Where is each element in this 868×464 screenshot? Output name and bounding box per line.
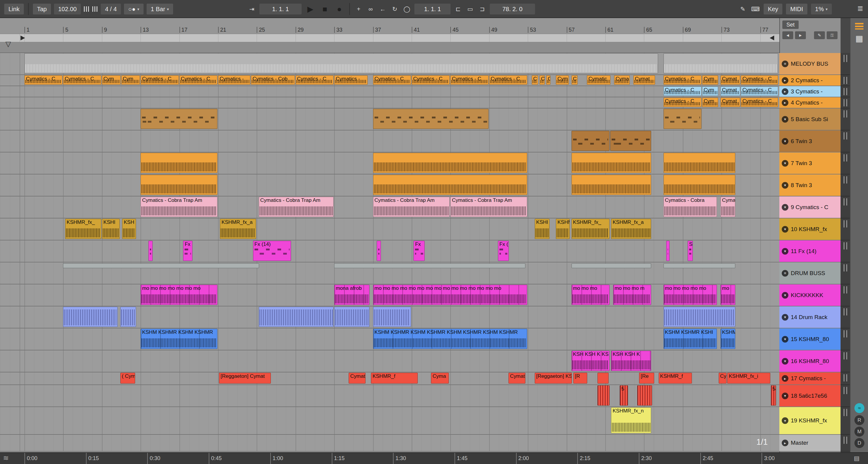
clip[interactable]: C (571, 75, 578, 85)
key-map-button[interactable]: Key (764, 4, 782, 14)
track-header[interactable]: ▾10 KSHMR_fx (779, 219, 841, 240)
chevron-down-icon[interactable]: ▾ (782, 248, 788, 255)
clip[interactable]: C (546, 75, 550, 85)
clip[interactable]: Cym (102, 75, 121, 85)
clip[interactable]: Cymat (720, 87, 740, 96)
chevron-down-icon[interactable]: ▾ (782, 314, 788, 321)
track-lane-19[interactable]: KSHMR_fx_n (0, 407, 779, 435)
clip[interactable]: Cymatics - (218, 75, 250, 85)
clip[interactable]: Cymatics - (334, 75, 367, 85)
clip[interactable] (663, 109, 702, 129)
group-fold-icon[interactable]: ≡ (782, 270, 788, 276)
chevron-down-icon[interactable]: ▾ (782, 226, 788, 233)
clip[interactable]: Fx (413, 241, 425, 261)
locator-row[interactable] (0, 42, 779, 53)
track-header[interactable]: ≡MELODY BUS (779, 53, 841, 75)
track-lane-11[interactable]: FxFx (14)FxFx (S (0, 240, 779, 262)
clip[interactable]: KSH KSH K KS (571, 351, 610, 371)
clip[interactable]: Fx ( (498, 241, 509, 261)
computer-keyboard-icon[interactable]: ⌨ (751, 3, 760, 15)
clip[interactable]: Cymat (720, 197, 735, 217)
track-lane-5[interactable] (0, 108, 779, 130)
mixer-grid-icon[interactable]: ▦ (850, 34, 868, 43)
track-header[interactable]: ▸Master (779, 435, 841, 452)
chevron-down-icon[interactable]: ▾ (782, 358, 788, 365)
clip[interactable]: mo mo mo m (613, 285, 651, 305)
clip[interactable] (597, 373, 609, 384)
pencil-icon[interactable]: ✎ (738, 3, 747, 15)
time-signature-field[interactable]: 4 / 4 (101, 4, 121, 14)
clip[interactable] (571, 175, 651, 195)
groove-pool-icon[interactable]: ≋ (3, 454, 9, 462)
clip[interactable]: Cym (556, 75, 569, 85)
chevron-down-icon[interactable]: ▾ (782, 138, 788, 145)
clip[interactable]: [R (574, 373, 587, 384)
track-lane-1[interactable] (0, 53, 779, 75)
track-header[interactable]: ▾14 Drum Rack (779, 306, 841, 328)
clip[interactable] (373, 153, 527, 173)
quantize-menu[interactable]: 1 Bar ▾ (147, 4, 173, 14)
clip[interactable] (120, 307, 136, 327)
track-header[interactable]: ≡DRUM BUSS (779, 262, 841, 285)
clip[interactable]: KSH KSH K (611, 351, 651, 371)
clip[interactable]: Cymatics - Cobra Trap Am (373, 197, 450, 217)
clip[interactable]: Cymatics - Cob (251, 75, 295, 85)
clip[interactable] (663, 153, 736, 173)
clip[interactable] (663, 175, 736, 195)
track-header[interactable]: ▸17 Cymatics - (779, 372, 841, 385)
clip[interactable]: 5a (771, 385, 776, 405)
clip[interactable] (334, 263, 525, 268)
chevron-down-icon[interactable]: ▾ (782, 393, 788, 399)
chevron-down-icon[interactable]: ▾ (782, 204, 788, 210)
loop-length-field[interactable]: 78. 2. 0 (490, 4, 535, 14)
arrangement-position-field[interactable]: 1. 1. 1 (259, 4, 302, 14)
midi-map-button[interactable]: MIDI (786, 4, 807, 14)
clip[interactable]: Cym (121, 75, 140, 85)
clip[interactable] (610, 131, 651, 151)
prev-locator-button[interactable]: ◄ (782, 31, 793, 39)
clip[interactable]: mo mo mo mo mo (663, 285, 717, 305)
unfold-play-icon[interactable]: ▸ (782, 77, 788, 84)
clip[interactable] (373, 175, 527, 195)
clip[interactable]: mo (720, 285, 735, 305)
clip[interactable] (571, 153, 651, 173)
track-lane-9[interactable]: Cymatics - Cobra Trap AmCymatics - Cobra… (0, 196, 779, 219)
clip[interactable]: Cymatics - C (741, 75, 778, 85)
clip[interactable] (663, 263, 736, 268)
group-fold-icon[interactable]: ≡ (782, 61, 788, 67)
clip[interactable]: Cymatics - C (663, 87, 702, 96)
clip[interactable]: KSHMR_fx_a (611, 219, 651, 239)
clip[interactable]: [Re (639, 373, 654, 384)
clip[interactable] (597, 385, 610, 405)
clip[interactable]: Cymatics - C (25, 75, 62, 85)
track-lane-4[interactable]: Cymatics - CCymCymatCymatics - C (0, 97, 779, 108)
draw-mode-circle-icon[interactable]: ◯ (402, 3, 411, 15)
clip[interactable]: mo mo mo mo mo mo mo (141, 285, 217, 305)
clip[interactable]: KSHMR_fx_ (571, 219, 610, 239)
track-lane-18[interactable]: 55a (0, 385, 779, 407)
metronome-button[interactable]: ○● ▾ (124, 4, 144, 14)
clip[interactable]: Cy (719, 373, 727, 384)
clip[interactable]: KSHMR_fx_ (65, 219, 101, 239)
clip[interactable]: Cym (702, 98, 718, 107)
clip[interactable] (637, 385, 652, 405)
clip[interactable]: KSHI (102, 219, 120, 239)
track-lane-13[interactable]: mo mo mo mo mo mo momona afrobmo mo mo m… (0, 285, 779, 306)
clip[interactable]: Cyma (614, 75, 630, 85)
link-button[interactable]: Link (4, 4, 24, 14)
unfold-play-icon[interactable]: ▸ (782, 375, 788, 382)
m-toggle-icon[interactable]: M (855, 427, 864, 437)
loop-start-field[interactable]: 1. 1. 1 (414, 4, 451, 14)
clip[interactable]: Cymatics - Cobra Trap Am (141, 197, 217, 217)
clip[interactable]: KSHM KSHMR KSHI (663, 329, 717, 349)
track-lane-2[interactable]: Cymatics - CCymatics - CCymCymCymatics -… (0, 75, 779, 86)
clip[interactable]: Cymat (720, 75, 740, 85)
clip[interactable]: KSHM (720, 329, 735, 349)
set-locator-button[interactable]: Set (782, 21, 799, 29)
clip[interactable]: Cymatic (587, 75, 611, 85)
clip[interactable] (663, 53, 778, 73)
hamburger-menu-icon[interactable] (855, 23, 864, 30)
clip[interactable] (373, 109, 489, 129)
punch-in-icon[interactable]: ⊏ (454, 3, 463, 15)
clip[interactable]: Cymatics - Cobra Trap Am (450, 197, 527, 217)
